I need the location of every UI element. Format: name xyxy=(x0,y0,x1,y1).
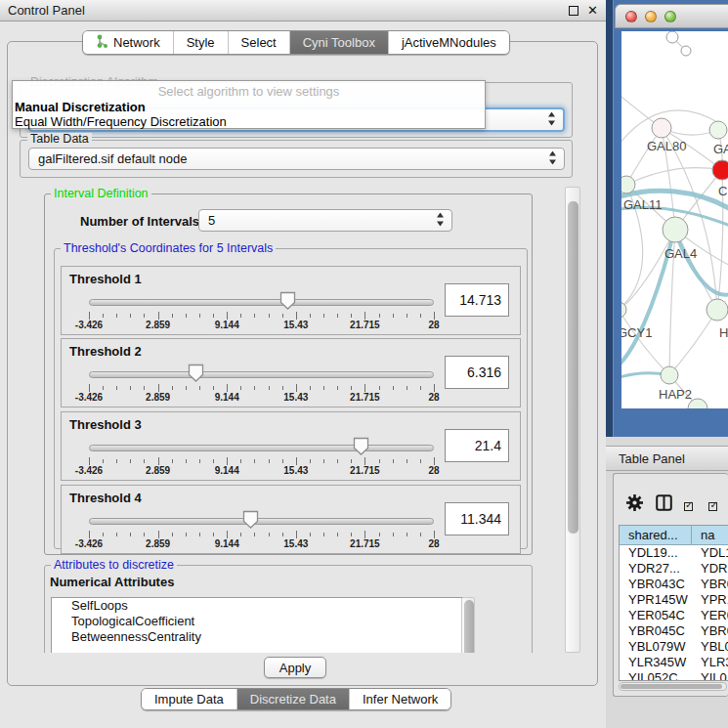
mac-close-icon[interactable] xyxy=(625,11,637,22)
table-data-combobox[interactable]: galFiltered.sif default node xyxy=(28,148,565,170)
faint-top-1[interactable] xyxy=(666,31,678,43)
network-edge[interactable] xyxy=(626,168,722,185)
cell-shared-name[interactable]: YDR27... xyxy=(620,561,692,577)
checkbox-icon[interactable] xyxy=(708,502,717,511)
mac-zoom-icon[interactable] xyxy=(664,11,676,22)
cell-name[interactable]: YBR0 xyxy=(692,623,728,639)
network-edge[interactable] xyxy=(669,310,717,375)
table-row[interactable]: YPR145WYPR1 xyxy=(620,592,728,608)
slider-track[interactable] xyxy=(89,445,434,451)
cell-shared-name[interactable]: YBR045C xyxy=(620,623,692,639)
node-label-C: C xyxy=(718,184,727,198)
GAL11-node[interactable] xyxy=(621,176,635,193)
threshold-label: Threshold 2 xyxy=(69,344,142,359)
split-column-icon[interactable] xyxy=(656,494,672,515)
top-right-node[interactable] xyxy=(709,121,727,139)
threshold-value-field[interactable]: 14.713 xyxy=(445,283,509,317)
tab-style[interactable]: Style xyxy=(174,31,229,54)
cell-shared-name[interactable]: YIL052C xyxy=(620,670,692,681)
number-of-intervals-value: 5 xyxy=(208,213,215,228)
attribute-list-item[interactable]: SelfLoops xyxy=(52,598,472,614)
threshold-slider[interactable]: -3.4262.8599.14415.4321.71528 xyxy=(89,509,434,548)
close-icon[interactable]: ✕ xyxy=(587,3,598,18)
tab-infer-network[interactable]: Infer Network xyxy=(350,689,450,709)
slider-thumb[interactable] xyxy=(242,510,259,533)
settings-scroll-area: Interval Definition Number of Intervals … xyxy=(20,186,564,653)
table-row[interactable]: YDL19...YDL1 xyxy=(620,545,728,561)
cell-name[interactable]: YIL0 xyxy=(692,670,728,681)
slider-track[interactable] xyxy=(89,518,434,525)
table-row[interactable]: YIL052CYIL0 xyxy=(620,670,728,681)
slider-thumb[interactable] xyxy=(353,437,369,459)
red-node[interactable] xyxy=(712,160,728,180)
window-title: Control Panel xyxy=(8,3,85,18)
number-of-intervals-combobox[interactable]: 5 xyxy=(198,209,452,232)
attribute-list-item[interactable]: TopologicalCoefficient xyxy=(52,614,472,629)
cell-name[interactable]: YLR3 xyxy=(692,655,728,670)
threshold-value-field[interactable]: 21.4 xyxy=(445,429,509,462)
node-attribute-table[interactable]: shared... na YDL19...YDL1YDR27...YDR2YBR… xyxy=(619,525,728,681)
settings-scrollbar[interactable] xyxy=(565,187,580,653)
tab-jactivemnodules[interactable]: jActiveMNodules xyxy=(389,31,509,54)
cell-name[interactable]: YPR1 xyxy=(692,592,728,608)
cell-name[interactable]: YER0 xyxy=(692,608,728,623)
column-header-name[interactable]: na xyxy=(692,526,728,544)
cell-name[interactable]: YDL1 xyxy=(692,545,728,561)
threshold-label: Threshold 3 xyxy=(69,417,142,432)
slider-thumb[interactable] xyxy=(188,364,204,386)
algorithm-prompt: Select algorithm to view settings xyxy=(13,84,485,99)
cell-name[interactable]: YDR2 xyxy=(692,561,728,577)
threshold-block: Threshold 3-3.4262.8599.14415.4321.71528… xyxy=(61,411,521,481)
GAL4-node[interactable] xyxy=(663,217,688,242)
table-row[interactable]: YLR345WYLR3 xyxy=(620,655,728,670)
float-window-icon[interactable] xyxy=(569,6,578,16)
right-node[interactable] xyxy=(707,299,728,321)
algorithm-option-equal-width[interactable]: Equal Width/Frequency Discretization xyxy=(15,114,227,129)
attributes-list-scrollbar[interactable] xyxy=(461,597,475,653)
tab-impute-data[interactable]: Impute Data xyxy=(142,689,237,709)
threshold-slider[interactable]: -3.4262.8599.14415.4321.71528 xyxy=(89,290,434,329)
HAP2-node[interactable] xyxy=(661,366,678,384)
control-panel-titlebar: Control Panel ✕ xyxy=(0,0,606,21)
table-row[interactable]: YBR045CYBR0 xyxy=(620,623,728,639)
threshold-value-field[interactable]: 6.316 xyxy=(445,356,509,389)
number-of-intervals-label: Number of Intervals xyxy=(80,214,199,229)
slider-track[interactable] xyxy=(89,371,434,378)
tab-cyni-toolbox[interactable]: Cyni Toolbox xyxy=(290,31,389,54)
network-canvas[interactable]: GAL80GACGAL11GAL4GCY1HHAP2 xyxy=(621,31,728,408)
table-horizontal-scrollbar[interactable] xyxy=(619,682,727,691)
slider-thumb[interactable] xyxy=(279,291,296,314)
attribute-list-item[interactable]: BetweennessCentrality xyxy=(52,629,472,645)
cell-shared-name[interactable]: YER054C xyxy=(620,608,692,623)
cell-shared-name[interactable]: YDL19... xyxy=(620,545,692,561)
checkbox-icon[interactable] xyxy=(684,502,693,511)
threshold-slider[interactable]: -3.4262.8599.14415.4321.71528 xyxy=(89,436,434,475)
threshold-slider[interactable]: -3.4262.8599.14415.4321.71528 xyxy=(89,363,434,402)
apply-button[interactable]: Apply xyxy=(264,657,326,678)
cell-shared-name[interactable]: YBR043C xyxy=(620,577,692,592)
GAL80-node[interactable] xyxy=(652,118,671,138)
table-row[interactable]: YBL079WYBL0 xyxy=(620,639,728,655)
numerical-attributes-list[interactable]: SelfLoopsTopologicalCoefficientBetweenne… xyxy=(51,597,473,653)
cell-name[interactable]: YBR0 xyxy=(692,577,728,592)
cell-shared-name[interactable]: YPR145W xyxy=(620,592,692,608)
cell-shared-name[interactable]: YLR345W xyxy=(620,655,692,670)
network-edge[interactable] xyxy=(675,230,717,310)
slider-track[interactable] xyxy=(89,299,434,306)
mac-minimize-icon[interactable] xyxy=(645,11,657,22)
tab-discretize-data[interactable]: Discretize Data xyxy=(237,689,350,709)
table-row[interactable]: YDR27...YDR2 xyxy=(620,561,728,577)
faint-top-2[interactable] xyxy=(681,46,691,56)
gear-icon[interactable] xyxy=(625,493,644,516)
tab-network[interactable]: Network xyxy=(83,31,174,54)
table-row[interactable]: YBR043CYBR0 xyxy=(620,577,728,592)
algorithm-option-manual[interactable]: Manual Discretization xyxy=(15,100,146,114)
control-panel-window: Control Panel ✕ NetworkStyleSelectCyni T… xyxy=(0,0,606,728)
column-header-shared-name[interactable]: shared... xyxy=(620,526,692,544)
threshold-value-field[interactable]: 11.344 xyxy=(445,502,509,535)
cell-name[interactable]: YBL0 xyxy=(692,639,728,655)
table-row[interactable]: YER054CYER0 xyxy=(620,608,728,623)
algorithm-dropdown-popup: Select algorithm to view settings Manual… xyxy=(12,80,486,129)
cell-shared-name[interactable]: YBL079W xyxy=(620,639,692,655)
tab-select[interactable]: Select xyxy=(229,31,290,54)
